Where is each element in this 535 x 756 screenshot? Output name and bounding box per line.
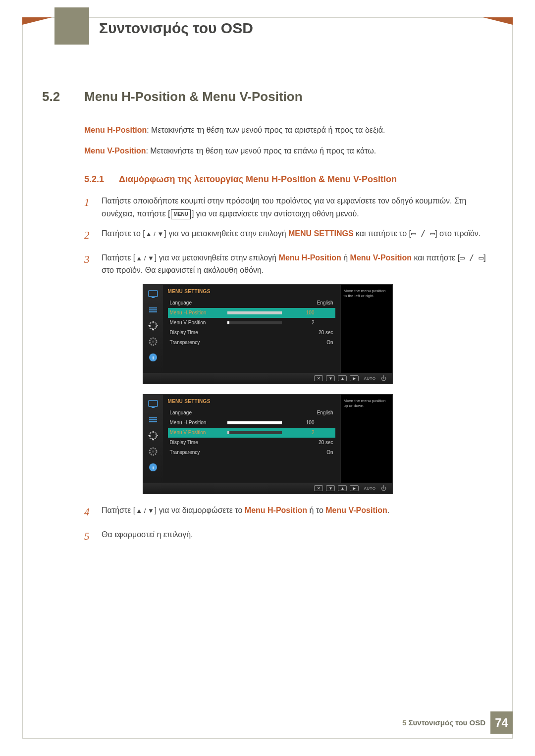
step-5-num: 5 — [84, 528, 102, 545]
svg-rect-15 — [152, 407, 155, 408]
osd-main: MENU SETTINGS LanguageEnglish Menu H-Pos… — [163, 285, 340, 373]
step-3-hl2: Menu V-Position — [350, 253, 412, 262]
step-4-body: Πατήστε [▲ / ▼] για να διαμορφώσετε το M… — [102, 504, 493, 521]
desc2-label: Menu V-Position — [84, 147, 146, 155]
svg-text:i: i — [152, 354, 154, 360]
svg-rect-5 — [150, 323, 156, 329]
step-3: 3 Πατήστε [▲ / ▼] για να μετακινηθείτε σ… — [84, 252, 493, 277]
info-icon: i — [148, 463, 159, 472]
osd-row-vposition-selected: Menu V-Position2 — [168, 428, 335, 438]
step-2: 2 Πατήστε το [▲ / ▼] για να μετακινηθείτ… — [84, 227, 493, 244]
subsection-row: 5.2.1 Διαμόρφωση της λειτουργίας Menu H-… — [42, 174, 493, 185]
svg-marker-8 — [148, 325, 150, 327]
desc1-text: : Μετακινήστε τη θέση των μενού προς τα … — [147, 126, 385, 134]
osd-row-language: LanguageEnglish — [168, 408, 335, 418]
list-icon — [148, 305, 159, 314]
close-icon: ✕ — [314, 485, 323, 491]
svg-point-11 — [152, 340, 154, 343]
step-3-hl1: Menu H-Position — [279, 253, 341, 262]
info-icon: i — [148, 353, 159, 362]
footer-text: 5 Συντονισμός του OSD — [402, 718, 485, 727]
enter-keys-icon: ▭ / ▭ — [460, 253, 483, 262]
up-arrow-icon: ▲ — [338, 375, 347, 381]
osd-row-hposition: Menu H-Position100 — [168, 418, 335, 428]
gear-icon — [148, 337, 159, 346]
slider-icon — [227, 421, 282, 424]
step-3-body: Πατήστε [▲ / ▼] για να μετακινηθείτε στη… — [102, 252, 493, 277]
osd-row-language: LanguageEnglish — [168, 298, 335, 308]
osd-title: MENU SETTINGS — [168, 399, 335, 404]
step-5: 5 Θα εφαρμοστεί η επιλογή. — [84, 528, 493, 545]
page-footer: 5 Συντονισμός του OSD 74 — [402, 711, 513, 734]
right-arrow-icon: ▶ — [350, 485, 359, 491]
position-icon — [148, 431, 159, 440]
osd-row-hposition-selected: Menu H-Position100 — [168, 308, 335, 318]
auto-label: AUTO — [362, 376, 377, 381]
monitor-icon — [148, 290, 159, 299]
svg-marker-20 — [152, 431, 154, 432]
svg-rect-19 — [150, 433, 156, 439]
svg-rect-0 — [149, 291, 158, 297]
step-3-num: 3 — [84, 252, 102, 277]
step-1-body: Πατήστε οποιοδήποτε κουμπί στην πρόσοψη … — [102, 195, 493, 220]
subsection-title: Διαμόρφωση της λειτουργίας Menu H-Positi… — [119, 174, 397, 185]
osd-sidebar: i — [143, 285, 163, 373]
power-icon: ⏻ — [381, 485, 386, 491]
gear-icon — [148, 447, 159, 456]
section-row: 5.2 Menu H-Position & Menu V-Position — [42, 89, 493, 104]
list-icon — [148, 415, 159, 424]
osd-help-text: Move the menu position to the left or ri… — [340, 285, 392, 373]
position-icon — [148, 321, 159, 330]
svg-marker-6 — [152, 321, 154, 322]
menu-button-glyph: MENU — [171, 209, 190, 219]
up-down-keys-icon: ▲ / ▼ — [136, 254, 154, 262]
osd-footer: ✕ ▼ ▲ ▶ AUTO ⏻ — [143, 483, 393, 494]
right-arrow-icon: ▶ — [350, 375, 359, 381]
osd-main: MENU SETTINGS LanguageEnglish Menu H-Pos… — [163, 395, 340, 483]
power-icon: ⏻ — [381, 375, 386, 381]
chapter-tab — [54, 7, 89, 45]
step-4: 4 Πατήστε [▲ / ▼] για να διαμορφώσετε το… — [84, 504, 493, 521]
osd-row-transparency: TransparencyOn — [168, 448, 335, 457]
osd-screenshot-vpos: i MENU SETTINGS LanguageEnglish Menu H-P… — [143, 394, 393, 494]
svg-rect-14 — [149, 401, 158, 406]
svg-marker-21 — [152, 439, 154, 441]
corner-decor-left — [22, 17, 52, 25]
step-5-body: Θα εφαρμοστεί η επιλογή. — [102, 528, 493, 545]
step-4-hl1: Menu H-Position — [245, 506, 307, 514]
svg-rect-1 — [152, 297, 155, 298]
chapter-title: Συντονισμός του OSD — [99, 20, 253, 37]
step-2-highlight: MENU SETTINGS — [288, 229, 354, 238]
desc2-text: : Μετακινήστε τη θέση των μενού προς τα … — [146, 147, 376, 155]
monitor-icon — [148, 400, 159, 408]
svg-marker-7 — [152, 329, 154, 331]
section-number: 5.2 — [42, 89, 84, 104]
content-area: 5.2 Menu H-Position & Menu V-Position Me… — [42, 89, 493, 552]
osd-row-displaytime: Display Time20 sec — [168, 328, 335, 338]
svg-marker-23 — [157, 435, 158, 437]
osd-sidebar: i — [143, 395, 163, 483]
up-down-keys-icon: ▲ / ▼ — [136, 507, 154, 514]
svg-marker-9 — [157, 325, 158, 327]
svg-marker-22 — [148, 435, 150, 437]
osd-screenshot-hpos: i MENU SETTINGS LanguageEnglish Menu H-P… — [143, 284, 393, 384]
svg-text:i: i — [152, 464, 154, 470]
page-number: 74 — [490, 711, 513, 734]
osd-title: MENU SETTINGS — [168, 289, 335, 294]
slider-icon — [227, 311, 282, 314]
desc1-label: Menu H-Position — [84, 126, 147, 134]
osd-help-text: Move the menu position up or down. — [340, 395, 392, 483]
up-down-keys-icon: ▲ / ▼ — [146, 230, 164, 238]
subsection-number: 5.2.1 — [84, 174, 119, 185]
step-2-body: Πατήστε το [▲ / ▼] για να μετακινηθείτε … — [102, 227, 493, 244]
enter-keys-icon: ▭ / ▭ — [411, 229, 435, 238]
desc-v-position: Menu V-Position: Μετακινήστε τη θέση των… — [84, 145, 493, 157]
close-icon: ✕ — [314, 375, 323, 381]
osd-row-displaytime: Display Time20 sec — [168, 438, 335, 448]
auto-label: AUTO — [362, 486, 377, 491]
up-arrow-icon: ▲ — [338, 485, 347, 491]
osd-row-transparency: TransparencyOn — [168, 338, 335, 348]
slider-icon — [227, 431, 282, 434]
down-arrow-icon: ▼ — [326, 485, 335, 491]
step-1: 1 Πατήστε οποιοδήποτε κουμπί στην πρόσοψ… — [84, 195, 493, 220]
